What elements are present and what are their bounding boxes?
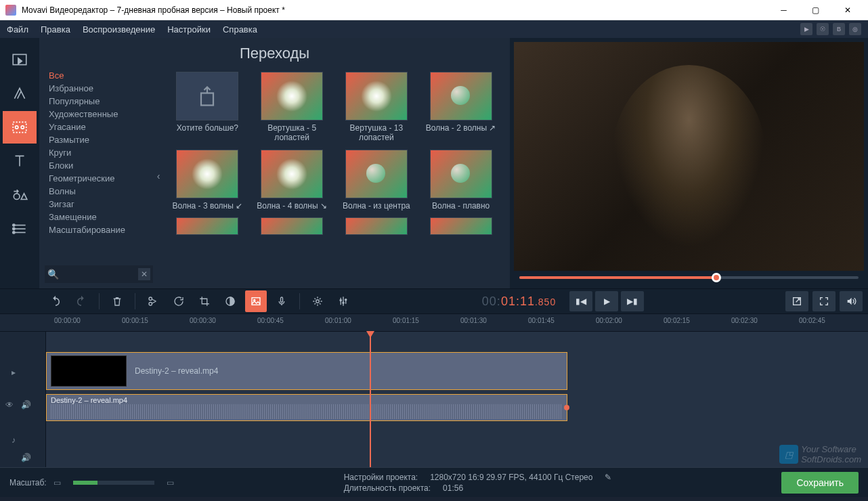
browser-title: Переходы (39, 38, 510, 69)
timeline-toolbar: 00:01:11.850 ▮◀ ▶ ▶▮ (0, 288, 868, 314)
prev-frame-button[interactable]: ▮◀ (569, 291, 592, 311)
mute-track-icon[interactable]: 🔊 (19, 451, 32, 464)
transition-thumb[interactable] (168, 217, 247, 235)
maximize-button[interactable]: ▢ (800, 0, 831, 20)
collapse-categories-button[interactable]: ‹ (153, 69, 164, 283)
category-item[interactable]: Замещение (45, 211, 153, 223)
transition-thumb[interactable]: Волна - 2 волны ↗ (421, 72, 500, 143)
save-button[interactable]: Сохранить (781, 472, 859, 494)
audio-properties-button[interactable] (332, 290, 354, 312)
music-track-icon[interactable]: ♪ (7, 433, 20, 447)
thumb-label: Волна - 4 волны ↘ (257, 201, 327, 211)
category-item[interactable]: Круги (45, 146, 153, 159)
audio-track-icon[interactable]: 🔊 (19, 398, 32, 412)
menu-settings[interactable]: Настройки (167, 24, 211, 35)
video-clip-label: Destiny-2 – reveal.mp4 (135, 366, 218, 376)
transition-thumb[interactable] (253, 217, 332, 235)
transition-thumb[interactable]: Вертушка - 5 лопастей (253, 72, 332, 143)
preview-scrubber[interactable] (514, 271, 864, 284)
edit-settings-icon[interactable]: ✎ (605, 473, 611, 482)
menu-help[interactable]: Справка (223, 24, 257, 35)
transition-thumb[interactable]: Волна - плавно (421, 150, 500, 211)
category-search: 🔍 ✕ (45, 265, 153, 283)
transitions-browser: Переходы Все Избранное Популярные Художе… (39, 38, 510, 288)
menu-file[interactable]: Файл (7, 24, 28, 35)
transition-thumb[interactable]: Волна - 3 волны ↙ (168, 150, 247, 211)
tool-filters[interactable] (3, 77, 37, 110)
menu-edit[interactable]: Правка (41, 24, 70, 35)
category-item[interactable]: Все (45, 69, 153, 82)
color-button[interactable] (219, 290, 241, 312)
zoom-out-icon[interactable]: ▭ (53, 478, 61, 487)
camera-icon[interactable]: ◎ (849, 23, 861, 35)
ruler-tick: 00:01:45 (528, 317, 555, 324)
clear-search-icon[interactable]: ✕ (138, 268, 150, 280)
category-item[interactable]: Художественные (45, 108, 153, 121)
category-item[interactable]: Угасание (45, 121, 153, 133)
ruler-tick: 00:00:15 (122, 317, 148, 324)
statusbar: Масштаб: ▭ ▭ Настройки проекта: 1280x720… (0, 467, 868, 497)
tool-shapes[interactable] (3, 179, 37, 211)
image-button[interactable] (245, 290, 267, 312)
visibility-icon[interactable]: 👁 (3, 398, 16, 412)
split-button[interactable] (142, 290, 164, 312)
detach-preview-button[interactable] (785, 291, 808, 311)
redo-button[interactable] (70, 290, 92, 312)
audio-track-clip[interactable]: Destiny-2 – reveal.mp4 (46, 394, 567, 421)
video-track-clip[interactable]: Destiny-2 – reveal.mp4 (46, 352, 567, 390)
timeline-ruler[interactable]: 00:00:00 00:00:15 00:00:30 00:00:45 00:0… (0, 314, 868, 332)
category-item[interactable]: Размытие (45, 133, 153, 146)
fullscreen-button[interactable] (812, 291, 836, 311)
clip-end-handle[interactable] (564, 405, 569, 410)
menu-playback[interactable]: Воспроизведение (83, 24, 155, 35)
delete-button[interactable] (106, 290, 128, 312)
play-button[interactable]: ▶ (595, 291, 618, 311)
odnoklassniki-icon[interactable]: ☉ (817, 23, 829, 35)
tool-more[interactable] (3, 213, 37, 245)
preview-panel (510, 38, 868, 288)
video-track-icon[interactable]: ▸ (7, 366, 20, 379)
category-item[interactable]: Избранное (45, 82, 153, 95)
ruler-tick: 00:02:00 (596, 317, 622, 324)
microphone-button[interactable] (271, 290, 292, 312)
menubar: Файл Правка Воспроизведение Настройки Сп… (0, 20, 868, 38)
category-item[interactable]: Блоки (45, 159, 153, 172)
project-settings-value: 1280x720 16:9 29.97 FPS, 44100 Гц Стерео (430, 473, 592, 482)
search-icon[interactable]: 🔍 (47, 269, 59, 280)
volume-button[interactable] (840, 291, 863, 311)
zoom-in-icon[interactable]: ▭ (167, 478, 174, 487)
category-item[interactable]: Зигзаг (45, 198, 153, 211)
category-item[interactable]: Геометрические (45, 172, 153, 185)
minimize-button[interactable]: ─ (768, 0, 799, 20)
svg-point-20 (343, 302, 344, 303)
crop-button[interactable] (194, 290, 215, 312)
category-item[interactable]: Волны (45, 185, 153, 198)
thumb-label: Вертушка - 13 лопастей (337, 123, 416, 143)
next-frame-button[interactable]: ▶▮ (621, 291, 644, 311)
svg-point-10 (13, 232, 15, 234)
close-button[interactable]: ✕ (832, 0, 863, 20)
transition-thumb[interactable]: Вертушка - 13 лопастей (337, 72, 416, 143)
transition-thumb-more[interactable]: Хотите больше? (168, 72, 247, 143)
vkontakte-icon[interactable]: В (833, 23, 845, 35)
thumb-label: Волна - 3 волны ↙ (173, 201, 243, 211)
rotate-button[interactable] (168, 290, 190, 312)
timecode-display: 00:01:11.850 (482, 295, 556, 309)
thumb-label: Волна - из центра (343, 201, 410, 211)
tool-import[interactable] (3, 43, 37, 76)
transition-thumb[interactable]: Волна - 4 волны ↘ (253, 150, 332, 211)
tool-transitions[interactable] (3, 111, 37, 144)
scrub-handle[interactable] (712, 273, 721, 282)
transition-thumb[interactable] (421, 217, 500, 235)
transition-thumb[interactable] (337, 217, 416, 235)
clip-properties-button[interactable] (307, 290, 328, 312)
zoom-slider[interactable] (73, 481, 154, 485)
youtube-icon[interactable]: ▶ (800, 23, 812, 35)
preview-video[interactable] (514, 42, 864, 271)
undo-button[interactable] (45, 290, 66, 312)
transition-thumb[interactable]: Волна - из центра (337, 150, 416, 211)
category-item[interactable]: Масштабирование (45, 223, 153, 236)
category-item[interactable]: Популярные (45, 95, 153, 108)
timeline[interactable]: ▸ 👁 🔊 ♪ 🔊 Destiny-2 – reveal.mp4 Destiny… (0, 332, 868, 467)
tool-titles[interactable] (3, 145, 37, 177)
